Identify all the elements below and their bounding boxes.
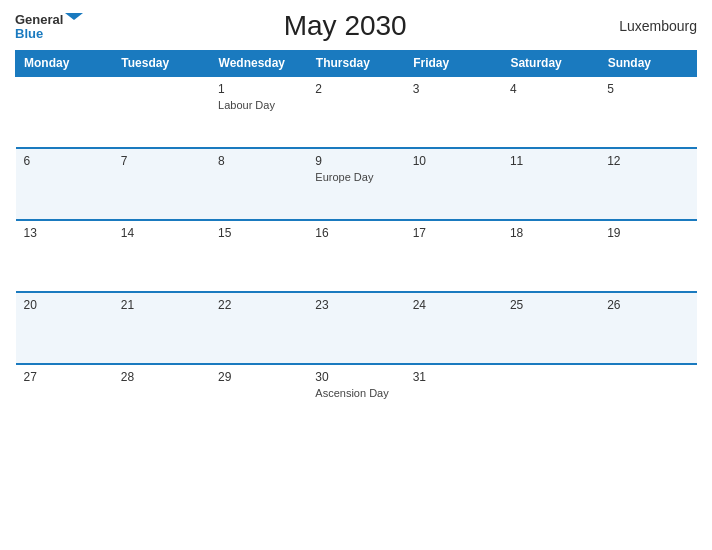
logo-flag-icon — [65, 13, 83, 27]
table-row: 30Ascension Day — [307, 364, 404, 436]
day-number: 18 — [510, 226, 591, 240]
holiday-label: Ascension Day — [315, 387, 396, 399]
table-row: 22 — [210, 292, 307, 364]
calendar-header-row: Monday Tuesday Wednesday Thursday Friday… — [16, 51, 697, 77]
table-row: 20 — [16, 292, 113, 364]
day-number: 20 — [24, 298, 105, 312]
day-number: 16 — [315, 226, 396, 240]
table-row — [113, 76, 210, 148]
table-row: 31 — [405, 364, 502, 436]
header: General Blue May 2030 Luxembourg — [15, 10, 697, 42]
col-monday: Monday — [16, 51, 113, 77]
day-number: 17 — [413, 226, 494, 240]
day-number: 23 — [315, 298, 396, 312]
day-number: 12 — [607, 154, 688, 168]
table-row: 23 — [307, 292, 404, 364]
table-row: 28 — [113, 364, 210, 436]
day-number: 21 — [121, 298, 202, 312]
table-row: 6 — [16, 148, 113, 220]
day-number: 30 — [315, 370, 396, 384]
col-friday: Friday — [405, 51, 502, 77]
day-number: 3 — [413, 82, 494, 96]
col-wednesday: Wednesday — [210, 51, 307, 77]
day-number: 6 — [24, 154, 105, 168]
table-row: 9Europe Day — [307, 148, 404, 220]
table-row: 2 — [307, 76, 404, 148]
logo-general-text: General — [15, 13, 63, 26]
day-number: 31 — [413, 370, 494, 384]
day-number: 10 — [413, 154, 494, 168]
table-row: 14 — [113, 220, 210, 292]
calendar-week-row: 20212223242526 — [16, 292, 697, 364]
table-row: 5 — [599, 76, 696, 148]
day-number: 2 — [315, 82, 396, 96]
table-row: 24 — [405, 292, 502, 364]
day-number: 15 — [218, 226, 299, 240]
table-row: 26 — [599, 292, 696, 364]
day-number: 26 — [607, 298, 688, 312]
day-number: 28 — [121, 370, 202, 384]
table-row: 3 — [405, 76, 502, 148]
calendar-page: General Blue May 2030 Luxembourg Monday … — [0, 0, 712, 550]
day-number: 27 — [24, 370, 105, 384]
holiday-label: Labour Day — [218, 99, 299, 111]
table-row: 11 — [502, 148, 599, 220]
day-number: 13 — [24, 226, 105, 240]
day-number: 9 — [315, 154, 396, 168]
day-number: 29 — [218, 370, 299, 384]
calendar-table: Monday Tuesday Wednesday Thursday Friday… — [15, 50, 697, 436]
country-label: Luxembourg — [607, 18, 697, 34]
day-number: 8 — [218, 154, 299, 168]
table-row: 12 — [599, 148, 696, 220]
day-number: 11 — [510, 154, 591, 168]
day-number: 19 — [607, 226, 688, 240]
calendar-week-row: 13141516171819 — [16, 220, 697, 292]
calendar-week-row: 27282930Ascension Day31 — [16, 364, 697, 436]
table-row: 1Labour Day — [210, 76, 307, 148]
table-row: 29 — [210, 364, 307, 436]
calendar-week-row: 6789Europe Day101112 — [16, 148, 697, 220]
col-thursday: Thursday — [307, 51, 404, 77]
day-number: 5 — [607, 82, 688, 96]
table-row: 18 — [502, 220, 599, 292]
day-number: 22 — [218, 298, 299, 312]
month-title: May 2030 — [83, 10, 607, 42]
table-row: 7 — [113, 148, 210, 220]
day-number: 14 — [121, 226, 202, 240]
table-row: 10 — [405, 148, 502, 220]
day-number: 7 — [121, 154, 202, 168]
logo-blue-text: Blue — [15, 27, 83, 40]
table-row: 19 — [599, 220, 696, 292]
day-number: 4 — [510, 82, 591, 96]
table-row — [16, 76, 113, 148]
table-row: 4 — [502, 76, 599, 148]
table-row: 21 — [113, 292, 210, 364]
day-number: 25 — [510, 298, 591, 312]
holiday-label: Europe Day — [315, 171, 396, 183]
logo: General Blue — [15, 13, 83, 40]
table-row: 17 — [405, 220, 502, 292]
table-row: 25 — [502, 292, 599, 364]
day-number: 1 — [218, 82, 299, 96]
table-row: 27 — [16, 364, 113, 436]
table-row: 13 — [16, 220, 113, 292]
table-row: 8 — [210, 148, 307, 220]
table-row: 15 — [210, 220, 307, 292]
col-sunday: Sunday — [599, 51, 696, 77]
table-row — [599, 364, 696, 436]
col-saturday: Saturday — [502, 51, 599, 77]
col-tuesday: Tuesday — [113, 51, 210, 77]
table-row — [502, 364, 599, 436]
day-number: 24 — [413, 298, 494, 312]
calendar-week-row: 1Labour Day2345 — [16, 76, 697, 148]
table-row: 16 — [307, 220, 404, 292]
